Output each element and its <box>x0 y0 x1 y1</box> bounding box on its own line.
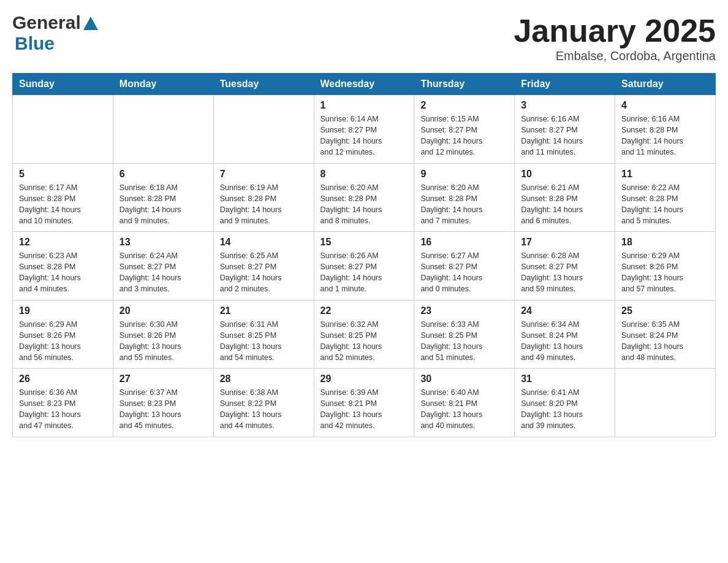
day-number: 9 <box>420 169 508 180</box>
day-number: 14 <box>220 237 308 248</box>
table-row: 27Sunrise: 6:37 AMSunset: 8:23 PMDayligh… <box>113 369 213 437</box>
calendar-header-row: Sunday Monday Tuesday Wednesday Thursday… <box>13 74 716 95</box>
day-number: 26 <box>19 373 107 385</box>
table-row: 1Sunrise: 6:14 AMSunset: 8:27 PMDaylight… <box>314 95 414 164</box>
page-header: General Blue January 2025 Embalse, Cordo… <box>12 12 716 63</box>
day-number: 12 <box>19 237 107 248</box>
table-row: 29Sunrise: 6:39 AMSunset: 8:21 PMDayligh… <box>314 369 414 437</box>
table-row: 19Sunrise: 6:29 AMSunset: 8:26 PMDayligh… <box>13 300 113 369</box>
day-info: Sunrise: 6:24 AMSunset: 8:27 PMDaylight:… <box>119 250 207 295</box>
day-number: 24 <box>521 305 609 316</box>
day-info: Sunrise: 6:33 AMSunset: 8:25 PMDaylight:… <box>420 319 508 364</box>
day-number: 22 <box>320 305 408 316</box>
day-info: Sunrise: 6:20 AMSunset: 8:28 PMDaylight:… <box>420 182 508 227</box>
day-number: 17 <box>521 237 609 248</box>
calendar-table: Sunday Monday Tuesday Wednesday Thursday… <box>12 73 716 437</box>
table-row: 24Sunrise: 6:34 AMSunset: 8:24 PMDayligh… <box>515 300 615 369</box>
day-info: Sunrise: 6:30 AMSunset: 8:26 PMDaylight:… <box>119 319 207 364</box>
day-number: 28 <box>220 373 308 385</box>
table-row: 2Sunrise: 6:15 AMSunset: 8:27 PMDaylight… <box>414 95 515 164</box>
table-row: 20Sunrise: 6:30 AMSunset: 8:26 PMDayligh… <box>113 300 213 369</box>
calendar-week-row: 26Sunrise: 6:36 AMSunset: 8:23 PMDayligh… <box>13 369 716 437</box>
col-friday: Friday <box>515 74 615 95</box>
day-info: Sunrise: 6:17 AMSunset: 8:28 PMDaylight:… <box>19 182 107 227</box>
table-row: 5Sunrise: 6:17 AMSunset: 8:28 PMDaylight… <box>13 163 113 232</box>
day-number: 6 <box>119 169 207 180</box>
day-info: Sunrise: 6:16 AMSunset: 8:28 PMDaylight:… <box>621 113 709 158</box>
day-info: Sunrise: 6:20 AMSunset: 8:28 PMDaylight:… <box>320 182 408 227</box>
day-number: 5 <box>19 169 107 180</box>
calendar-week-row: 19Sunrise: 6:29 AMSunset: 8:26 PMDayligh… <box>13 300 716 369</box>
table-row: 31Sunrise: 6:41 AMSunset: 8:20 PMDayligh… <box>515 369 615 437</box>
col-saturday: Saturday <box>615 74 716 95</box>
table-row <box>213 95 314 164</box>
table-row: 4Sunrise: 6:16 AMSunset: 8:28 PMDaylight… <box>615 95 716 164</box>
col-tuesday: Tuesday <box>213 74 314 95</box>
day-info: Sunrise: 6:40 AMSunset: 8:21 PMDaylight:… <box>420 387 508 432</box>
table-row: 9Sunrise: 6:20 AMSunset: 8:28 PMDaylight… <box>414 163 515 232</box>
day-info: Sunrise: 6:37 AMSunset: 8:23 PMDaylight:… <box>119 387 207 432</box>
day-number: 11 <box>621 169 709 180</box>
day-number: 23 <box>420 305 508 316</box>
table-row: 16Sunrise: 6:27 AMSunset: 8:27 PMDayligh… <box>414 232 515 301</box>
table-row: 15Sunrise: 6:26 AMSunset: 8:27 PMDayligh… <box>314 232 414 301</box>
table-row: 8Sunrise: 6:20 AMSunset: 8:28 PMDaylight… <box>314 163 414 232</box>
day-number: 29 <box>320 373 408 385</box>
table-row: 18Sunrise: 6:29 AMSunset: 8:26 PMDayligh… <box>615 232 716 301</box>
calendar-week-row: 12Sunrise: 6:23 AMSunset: 8:28 PMDayligh… <box>13 232 716 301</box>
day-info: Sunrise: 6:26 AMSunset: 8:27 PMDaylight:… <box>320 250 408 295</box>
table-row: 3Sunrise: 6:16 AMSunset: 8:27 PMDaylight… <box>515 95 615 164</box>
table-row: 6Sunrise: 6:18 AMSunset: 8:28 PMDaylight… <box>113 163 213 232</box>
day-number: 21 <box>220 305 308 316</box>
table-row: 30Sunrise: 6:40 AMSunset: 8:21 PMDayligh… <box>414 369 515 437</box>
day-info: Sunrise: 6:21 AMSunset: 8:28 PMDaylight:… <box>521 182 609 227</box>
table-row: 7Sunrise: 6:19 AMSunset: 8:28 PMDaylight… <box>213 163 314 232</box>
table-row: 17Sunrise: 6:28 AMSunset: 8:27 PMDayligh… <box>515 232 615 301</box>
day-info: Sunrise: 6:34 AMSunset: 8:24 PMDaylight:… <box>521 319 609 364</box>
day-number: 18 <box>621 237 709 248</box>
month-title: January 2025 <box>514 12 716 49</box>
day-number: 15 <box>320 237 408 248</box>
table-row: 21Sunrise: 6:31 AMSunset: 8:25 PMDayligh… <box>213 300 314 369</box>
day-info: Sunrise: 6:22 AMSunset: 8:28 PMDaylight:… <box>621 182 709 227</box>
day-info: Sunrise: 6:29 AMSunset: 8:26 PMDaylight:… <box>621 250 709 295</box>
day-info: Sunrise: 6:41 AMSunset: 8:20 PMDaylight:… <box>521 387 609 432</box>
day-number: 3 <box>521 100 609 111</box>
table-row: 10Sunrise: 6:21 AMSunset: 8:28 PMDayligh… <box>515 163 615 232</box>
day-number: 7 <box>220 169 308 180</box>
col-thursday: Thursday <box>414 74 515 95</box>
svg-marker-0 <box>83 17 98 30</box>
table-row <box>13 95 113 164</box>
day-number: 8 <box>320 169 408 180</box>
day-number: 2 <box>420 100 508 111</box>
table-row: 23Sunrise: 6:33 AMSunset: 8:25 PMDayligh… <box>414 300 515 369</box>
calendar-week-row: 5Sunrise: 6:17 AMSunset: 8:28 PMDaylight… <box>13 163 716 232</box>
day-number: 19 <box>19 305 107 316</box>
col-monday: Monday <box>113 74 213 95</box>
day-number: 31 <box>521 373 609 385</box>
col-wednesday: Wednesday <box>314 74 414 95</box>
logo-general-text: General <box>12 12 81 33</box>
table-row: 14Sunrise: 6:25 AMSunset: 8:27 PMDayligh… <box>213 232 314 301</box>
day-number: 16 <box>420 237 508 248</box>
table-row <box>615 369 716 437</box>
title-section: January 2025 Embalse, Cordoba, Argentina <box>514 12 716 63</box>
day-info: Sunrise: 6:16 AMSunset: 8:27 PMDaylight:… <box>521 113 609 158</box>
table-row: 12Sunrise: 6:23 AMSunset: 8:28 PMDayligh… <box>13 232 113 301</box>
day-number: 1 <box>320 100 408 111</box>
table-row: 22Sunrise: 6:32 AMSunset: 8:25 PMDayligh… <box>314 300 414 369</box>
table-row: 11Sunrise: 6:22 AMSunset: 8:28 PMDayligh… <box>615 163 716 232</box>
day-number: 27 <box>119 373 207 385</box>
day-info: Sunrise: 6:25 AMSunset: 8:27 PMDaylight:… <box>220 250 308 295</box>
day-info: Sunrise: 6:32 AMSunset: 8:25 PMDaylight:… <box>320 319 408 364</box>
day-info: Sunrise: 6:31 AMSunset: 8:25 PMDaylight:… <box>220 319 308 364</box>
calendar-week-row: 1Sunrise: 6:14 AMSunset: 8:27 PMDaylight… <box>13 95 716 164</box>
day-number: 20 <box>119 305 207 316</box>
day-info: Sunrise: 6:36 AMSunset: 8:23 PMDaylight:… <box>19 387 107 432</box>
day-info: Sunrise: 6:15 AMSunset: 8:27 PMDaylight:… <box>420 113 508 158</box>
logo: General Blue <box>12 12 99 54</box>
table-row: 26Sunrise: 6:36 AMSunset: 8:23 PMDayligh… <box>13 369 113 437</box>
day-number: 10 <box>521 169 609 180</box>
day-number: 13 <box>119 237 207 248</box>
day-info: Sunrise: 6:27 AMSunset: 8:27 PMDaylight:… <box>420 250 508 295</box>
